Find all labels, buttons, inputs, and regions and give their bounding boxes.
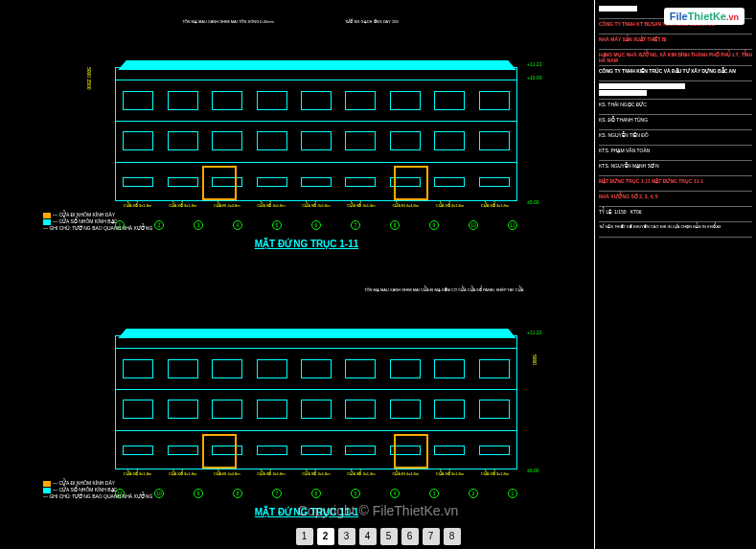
label: CỬA SỔ 3x1.8m [169,471,196,476]
pager-item-active[interactable]: 2 [317,528,334,545]
scale-value: 1/150 [614,209,627,215]
window [479,177,510,187]
legend-text: — CỬA SỔ NHÔM KÍNH BẠC [53,218,117,224]
window [301,177,332,187]
label: CỬA ĐI 4x4.8m [392,471,419,476]
axis-bubble: 2 [469,489,478,498]
axis-bubble: 5 [272,220,282,230]
pager-item[interactable]: 3 [338,528,355,545]
pager[interactable]: 1 2 3 4 5 6 7 8 [296,528,461,545]
door [202,434,237,469]
window [301,91,332,110]
window [390,131,421,150]
scale-label: TỶ LỆ [599,209,611,215]
floor-line [116,430,516,431]
tb-consultant: CÔNG TY TNHH KIẾN TRÚC VÀ ĐẦU TƯ XÂY DỰN… [599,66,752,81]
label: CỬA SỔ 3x1.8m [481,203,509,208]
window [434,446,465,455]
watermark-logo: FileThietKe.vn [664,8,745,25]
window [390,91,421,110]
pager-item[interactable]: 6 [401,528,419,545]
dim: 2500 [86,80,92,90]
window-row-2 [116,127,516,154]
label: CỬA SỔ 3x1.8m [481,471,509,476]
window [123,359,153,378]
window [345,177,376,187]
legend-text: — CỬA ĐI NHÔM KÍNH DÀY [53,212,115,217]
tb-drawing-title: MẶT ĐỨNG TRỤC 1-11 MẶT ĐỨNG TRỤC 11-1 [599,176,752,192]
window [479,91,510,110]
dim: 5000 [86,67,92,78]
window [123,446,153,455]
legend: — CỬA ĐI NHÔM KÍNH DÀY — CỬA SỔ NHÔM KÍN… [43,212,152,232]
legend-text: — CỬA ĐI NHÔM KÍNH DÀY [53,480,115,486]
grid-axes: 1110987654321 [115,489,517,502]
tb-role-2: KS. NGUYỄN TIẾN ĐÔ [599,130,752,146]
elev-mark: +11.22 [527,330,541,335]
pager-item[interactable]: 1 [296,528,313,545]
window [257,131,287,150]
label: CỬA SỔ 3x1.8m [302,203,330,208]
label: CỬA ĐI 4x4.8m [214,203,241,208]
pager-item[interactable]: 5 [380,528,398,545]
window [479,131,510,150]
window [479,359,510,378]
window-row-2 [116,396,516,423]
window [168,359,198,378]
pager-item[interactable]: 7 [423,528,440,545]
drawing-canvas: TÔN MẠ MÀU XANH GHIM MÁI TÔN SÓNG 0.45mm… [0,0,594,549]
axis-bubble: 7 [272,489,282,498]
tb-building: NHÀ XƯỞNG SỐ 2, 3, 4, 5 [599,192,752,207]
floor-line [116,80,516,80]
axis-bubble: 9 [429,220,439,230]
legend: — CỬA ĐI NHÔM KÍNH DÀY — CỬA SỔ NHÔM KÍN… [43,480,152,500]
window [168,400,198,419]
axis-bubble: 8 [390,220,400,230]
label: CỬA SỔ 3x1.8m [257,471,285,476]
pager-item[interactable]: 8 [444,528,461,545]
legend-swatch [43,219,51,225]
pager-item[interactable]: 4 [359,528,377,545]
dims-left: 5000 2500 [86,67,92,90]
floor-line [116,121,516,122]
axis-bubble: 3 [194,220,203,230]
tb-location: HẠNG MỤC NHÀ XƯỞNG, XÃ KIM BÌNH THÀNH PH… [599,50,752,66]
label: CỬA ĐI 4x4.8m [214,471,241,476]
building-outline [115,67,517,201]
grid-axes: 1234567891011 [115,220,517,234]
label: CỬA SỔ 3x1.8m [302,471,330,476]
axis-bubble: 6 [311,489,321,498]
window [434,131,465,150]
door [394,434,428,469]
window-row-3 [116,437,516,464]
elev-mark: ±0.00 [527,199,538,205]
window [434,91,465,110]
elev-mark: +11.22 [527,61,541,67]
building-outline [115,335,517,469]
window [123,131,153,150]
window-row-3 [116,169,516,195]
logo-text-1: File [670,11,688,22]
door [202,166,237,200]
window [434,177,465,187]
tb-redact-row [599,81,752,100]
window [123,400,153,419]
label: CỬA ĐI 4x4.8m [392,203,419,208]
label: CỬA SỔ 3x1.8m [257,203,285,208]
elev-mark: ±0.00 [527,468,538,473]
elevation-view-11-1: TÔN MẠ MÀU XANH GHIM MÁI CỬA ĐI MẠ KẼM C… [38,287,575,517]
roof [114,60,520,70]
window-row-1 [116,87,516,114]
legend-swatch [43,481,51,487]
sheet-no: KT06 [630,209,642,215]
redaction [599,6,637,11]
label: CỬA SỔ 3x1.8m [347,203,375,208]
window [257,400,287,419]
titleblock: CÔNG TY TNHH KT BUSAN TECH BIND BUSAN ĐB… [594,0,756,549]
under-labels: CỬA SỔ 3x1.8mCỬA SỔ 3x1.8mCỬA ĐI 4x4.8mC… [115,471,517,476]
window [257,446,287,455]
axis-bubble: 5 [351,489,360,498]
window [212,91,242,110]
window [168,446,198,455]
axis-bubble: 7 [351,220,360,230]
